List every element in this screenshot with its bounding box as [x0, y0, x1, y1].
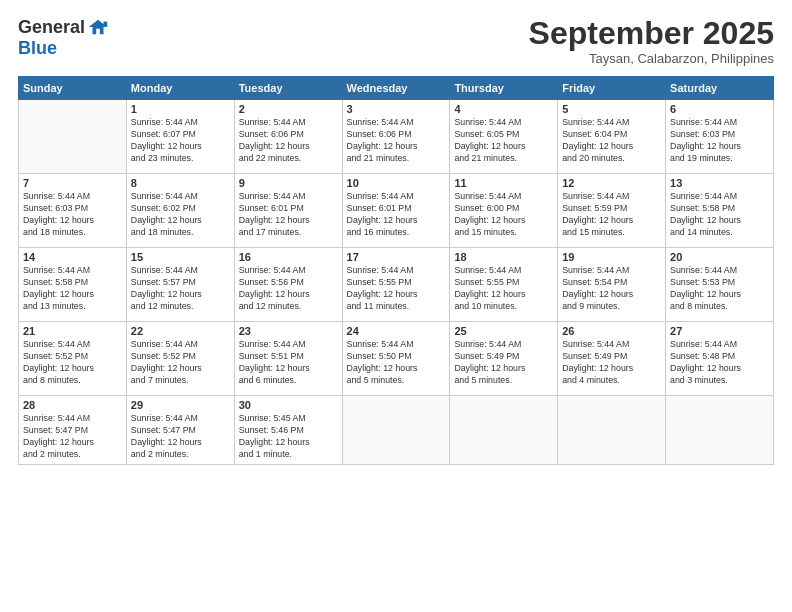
calendar-header-row: SundayMondayTuesdayWednesdayThursdayFrid… — [19, 77, 774, 100]
day-info: Sunrise: 5:45 AMSunset: 5:46 PMDaylight:… — [239, 413, 338, 461]
day-info: Sunrise: 5:44 AMSunset: 5:52 PMDaylight:… — [23, 339, 122, 387]
header: General Blue September 2025 Taysan, Cala… — [18, 16, 774, 66]
day-info: Sunrise: 5:44 AMSunset: 5:54 PMDaylight:… — [562, 265, 661, 313]
weekday-header: Tuesday — [234, 77, 342, 100]
calendar-cell: 11Sunrise: 5:44 AMSunset: 6:00 PMDayligh… — [450, 174, 558, 248]
day-info: Sunrise: 5:44 AMSunset: 5:55 PMDaylight:… — [347, 265, 446, 313]
calendar-cell: 17Sunrise: 5:44 AMSunset: 5:55 PMDayligh… — [342, 248, 450, 322]
calendar-cell: 18Sunrise: 5:44 AMSunset: 5:55 PMDayligh… — [450, 248, 558, 322]
day-info: Sunrise: 5:44 AMSunset: 6:06 PMDaylight:… — [239, 117, 338, 165]
day-info: Sunrise: 5:44 AMSunset: 5:53 PMDaylight:… — [670, 265, 769, 313]
calendar-cell: 20Sunrise: 5:44 AMSunset: 5:53 PMDayligh… — [666, 248, 774, 322]
weekday-header: Sunday — [19, 77, 127, 100]
calendar-cell: 27Sunrise: 5:44 AMSunset: 5:48 PMDayligh… — [666, 322, 774, 396]
day-info: Sunrise: 5:44 AMSunset: 6:03 PMDaylight:… — [23, 191, 122, 239]
calendar-cell: 7Sunrise: 5:44 AMSunset: 6:03 PMDaylight… — [19, 174, 127, 248]
month-title: September 2025 — [529, 16, 774, 51]
day-info: Sunrise: 5:44 AMSunset: 6:06 PMDaylight:… — [347, 117, 446, 165]
day-number: 14 — [23, 251, 122, 263]
day-info: Sunrise: 5:44 AMSunset: 5:50 PMDaylight:… — [347, 339, 446, 387]
weekday-header: Monday — [126, 77, 234, 100]
day-number: 18 — [454, 251, 553, 263]
day-number: 12 — [562, 177, 661, 189]
day-number: 10 — [347, 177, 446, 189]
calendar-cell: 3Sunrise: 5:44 AMSunset: 6:06 PMDaylight… — [342, 100, 450, 174]
calendar-cell: 9Sunrise: 5:44 AMSunset: 6:01 PMDaylight… — [234, 174, 342, 248]
calendar-cell: 28Sunrise: 5:44 AMSunset: 5:47 PMDayligh… — [19, 396, 127, 465]
day-number: 9 — [239, 177, 338, 189]
calendar-week-row: 28Sunrise: 5:44 AMSunset: 5:47 PMDayligh… — [19, 396, 774, 465]
day-info: Sunrise: 5:44 AMSunset: 5:58 PMDaylight:… — [670, 191, 769, 239]
day-info: Sunrise: 5:44 AMSunset: 5:47 PMDaylight:… — [131, 413, 230, 461]
calendar-week-row: 21Sunrise: 5:44 AMSunset: 5:52 PMDayligh… — [19, 322, 774, 396]
day-number: 13 — [670, 177, 769, 189]
day-number: 6 — [670, 103, 769, 115]
day-info: Sunrise: 5:44 AMSunset: 5:59 PMDaylight:… — [562, 191, 661, 239]
day-number: 15 — [131, 251, 230, 263]
day-info: Sunrise: 5:44 AMSunset: 6:05 PMDaylight:… — [454, 117, 553, 165]
calendar-cell — [19, 100, 127, 174]
calendar-cell: 25Sunrise: 5:44 AMSunset: 5:49 PMDayligh… — [450, 322, 558, 396]
calendar-week-row: 7Sunrise: 5:44 AMSunset: 6:03 PMDaylight… — [19, 174, 774, 248]
calendar-cell: 2Sunrise: 5:44 AMSunset: 6:06 PMDaylight… — [234, 100, 342, 174]
calendar-cell — [666, 396, 774, 465]
day-info: Sunrise: 5:44 AMSunset: 5:49 PMDaylight:… — [454, 339, 553, 387]
calendar-cell: 22Sunrise: 5:44 AMSunset: 5:52 PMDayligh… — [126, 322, 234, 396]
calendar-cell: 4Sunrise: 5:44 AMSunset: 6:05 PMDaylight… — [450, 100, 558, 174]
day-number: 17 — [347, 251, 446, 263]
calendar-week-row: 1Sunrise: 5:44 AMSunset: 6:07 PMDaylight… — [19, 100, 774, 174]
calendar-cell: 16Sunrise: 5:44 AMSunset: 5:56 PMDayligh… — [234, 248, 342, 322]
weekday-header: Saturday — [666, 77, 774, 100]
calendar-cell: 19Sunrise: 5:44 AMSunset: 5:54 PMDayligh… — [558, 248, 666, 322]
day-number: 21 — [23, 325, 122, 337]
day-number: 4 — [454, 103, 553, 115]
title-block: September 2025 Taysan, Calabarzon, Phili… — [529, 16, 774, 66]
day-number: 2 — [239, 103, 338, 115]
day-info: Sunrise: 5:44 AMSunset: 5:48 PMDaylight:… — [670, 339, 769, 387]
day-number: 30 — [239, 399, 338, 411]
day-info: Sunrise: 5:44 AMSunset: 6:07 PMDaylight:… — [131, 117, 230, 165]
calendar-cell: 24Sunrise: 5:44 AMSunset: 5:50 PMDayligh… — [342, 322, 450, 396]
location: Taysan, Calabarzon, Philippines — [529, 51, 774, 66]
day-number: 28 — [23, 399, 122, 411]
day-info: Sunrise: 5:44 AMSunset: 6:04 PMDaylight:… — [562, 117, 661, 165]
day-info: Sunrise: 5:44 AMSunset: 5:58 PMDaylight:… — [23, 265, 122, 313]
day-info: Sunrise: 5:44 AMSunset: 5:52 PMDaylight:… — [131, 339, 230, 387]
calendar-cell — [450, 396, 558, 465]
calendar-cell: 6Sunrise: 5:44 AMSunset: 6:03 PMDaylight… — [666, 100, 774, 174]
day-number: 8 — [131, 177, 230, 189]
day-number: 22 — [131, 325, 230, 337]
calendar-cell: 14Sunrise: 5:44 AMSunset: 5:58 PMDayligh… — [19, 248, 127, 322]
day-info: Sunrise: 5:44 AMSunset: 6:02 PMDaylight:… — [131, 191, 230, 239]
day-info: Sunrise: 5:44 AMSunset: 5:51 PMDaylight:… — [239, 339, 338, 387]
day-number: 11 — [454, 177, 553, 189]
calendar-cell: 26Sunrise: 5:44 AMSunset: 5:49 PMDayligh… — [558, 322, 666, 396]
calendar-cell: 10Sunrise: 5:44 AMSunset: 6:01 PMDayligh… — [342, 174, 450, 248]
day-info: Sunrise: 5:44 AMSunset: 6:01 PMDaylight:… — [239, 191, 338, 239]
day-info: Sunrise: 5:44 AMSunset: 6:03 PMDaylight:… — [670, 117, 769, 165]
day-info: Sunrise: 5:44 AMSunset: 5:47 PMDaylight:… — [23, 413, 122, 461]
calendar-cell: 29Sunrise: 5:44 AMSunset: 5:47 PMDayligh… — [126, 396, 234, 465]
day-number: 27 — [670, 325, 769, 337]
day-number: 19 — [562, 251, 661, 263]
day-number: 5 — [562, 103, 661, 115]
logo-blue: Blue — [18, 38, 57, 58]
calendar-cell: 5Sunrise: 5:44 AMSunset: 6:04 PMDaylight… — [558, 100, 666, 174]
day-info: Sunrise: 5:44 AMSunset: 5:55 PMDaylight:… — [454, 265, 553, 313]
logo-icon — [87, 16, 109, 38]
calendar-cell: 12Sunrise: 5:44 AMSunset: 5:59 PMDayligh… — [558, 174, 666, 248]
calendar-cell — [342, 396, 450, 465]
weekday-header: Thursday — [450, 77, 558, 100]
calendar-cell: 23Sunrise: 5:44 AMSunset: 5:51 PMDayligh… — [234, 322, 342, 396]
weekday-header: Friday — [558, 77, 666, 100]
weekday-header: Wednesday — [342, 77, 450, 100]
calendar-cell: 8Sunrise: 5:44 AMSunset: 6:02 PMDaylight… — [126, 174, 234, 248]
day-info: Sunrise: 5:44 AMSunset: 5:49 PMDaylight:… — [562, 339, 661, 387]
calendar-cell: 30Sunrise: 5:45 AMSunset: 5:46 PMDayligh… — [234, 396, 342, 465]
calendar-cell: 21Sunrise: 5:44 AMSunset: 5:52 PMDayligh… — [19, 322, 127, 396]
day-number: 20 — [670, 251, 769, 263]
day-info: Sunrise: 5:44 AMSunset: 6:01 PMDaylight:… — [347, 191, 446, 239]
day-number: 29 — [131, 399, 230, 411]
logo-general: General — [18, 17, 85, 38]
calendar-table: SundayMondayTuesdayWednesdayThursdayFrid… — [18, 76, 774, 465]
